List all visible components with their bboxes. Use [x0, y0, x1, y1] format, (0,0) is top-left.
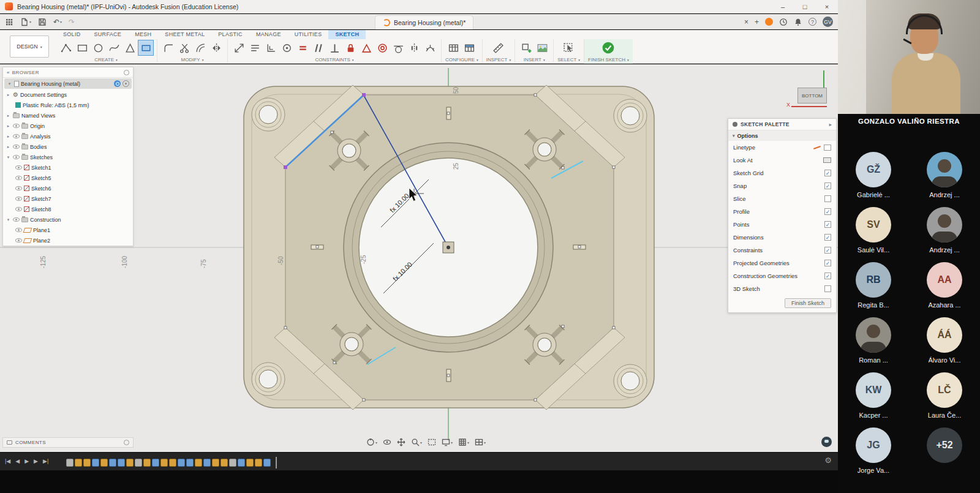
- help-icon[interactable]: ?: [809, 18, 816, 26]
- line-icon[interactable]: [59, 40, 74, 55]
- corner-icon[interactable]: [263, 40, 278, 55]
- assistant-button[interactable]: [821, 437, 832, 447]
- circle-icon[interactable]: [91, 40, 105, 55]
- visibility-eye-icon[interactable]: [13, 145, 20, 149]
- expand-arrow-icon[interactable]: ▸: [6, 134, 11, 139]
- rectangle-icon[interactable]: [75, 40, 89, 55]
- participant-avatar[interactable]: AA: [927, 262, 962, 298]
- browser-item-analysis[interactable]: ▸ Analysis: [3, 131, 133, 141]
- browser-item-sketch6[interactable]: Sketch6: [3, 183, 133, 194]
- participant-avatar[interactable]: [856, 317, 891, 353]
- participant-avatar[interactable]: GŽ: [856, 152, 891, 187]
- participant-tile-overflow[interactable]: +52: [913, 427, 976, 475]
- tab-plastic[interactable]: PLASTIC: [211, 30, 249, 39]
- visibility-eye-icon[interactable]: [15, 186, 22, 190]
- perpendicular-constraint-icon[interactable]: [327, 40, 342, 55]
- target-icon[interactable]: [123, 80, 129, 87]
- close-document-icon[interactable]: ×: [744, 18, 748, 26]
- timeline-play-button[interactable]: ▶: [24, 457, 29, 465]
- points-checkbox[interactable]: [824, 221, 831, 228]
- expand-arrow-icon[interactable]: ▾: [7, 81, 12, 86]
- browser-item-plastic-rule[interactable]: Plastic Rule: ABS (1,5 mm): [3, 100, 133, 110]
- concentric-constraint-icon[interactable]: [375, 40, 390, 55]
- timeline-feature-icon[interactable]: [221, 459, 228, 467]
- equal-constraint-icon[interactable]: [295, 40, 310, 55]
- timeline-position-marker[interactable]: [276, 457, 277, 469]
- participant-tile[interactable]: SV Saulė Vil...: [842, 207, 905, 255]
- browser-item-sketch8[interactable]: Sketch8: [3, 204, 133, 214]
- participant-tile[interactable]: RB Regita B...: [842, 262, 905, 310]
- expand-arrow-icon[interactable]: ▸: [6, 124, 11, 129]
- timeline-feature-icon[interactable]: [66, 459, 74, 467]
- timeline-feature-icon[interactable]: [255, 459, 262, 467]
- participant-tile[interactable]: Andrzej ...: [913, 152, 976, 200]
- browser-item-root[interactable]: ▾ Bearing Housing (metal): [4, 78, 132, 89]
- select-cursor-icon[interactable]: [562, 40, 576, 55]
- collapse-panel-icon[interactable]: «: [7, 70, 10, 75]
- timeline-settings-gear-icon[interactable]: ⚙: [824, 456, 832, 465]
- symmetry-constraint-icon[interactable]: [407, 40, 421, 55]
- display-settings-icon[interactable]: ▾: [442, 438, 453, 446]
- timeline-feature-icon[interactable]: [169, 459, 176, 467]
- group-label-constraints[interactable]: CONSTRAINTS: [315, 57, 350, 62]
- dimensions-checkbox[interactable]: [824, 234, 831, 241]
- finish-sketch-button[interactable]: Finish Sketch: [785, 298, 831, 308]
- visibility-eye-icon[interactable]: [15, 197, 22, 201]
- group-label-insert[interactable]: INSERT: [524, 57, 541, 62]
- cone-icon[interactable]: [123, 40, 137, 55]
- group-label-create[interactable]: CREATE: [94, 57, 114, 62]
- participant-avatar[interactable]: SV: [856, 207, 891, 243]
- fit-icon[interactable]: [428, 438, 436, 446]
- minimize-button[interactable]: –: [772, 0, 794, 13]
- maximize-button[interactable]: □: [794, 0, 816, 13]
- model-canvas[interactable]: fx 10.00 fx 10.00 -125: [0, 64, 838, 452]
- tab-mesh[interactable]: MESH: [128, 30, 158, 39]
- table-icon[interactable]: [447, 40, 461, 55]
- look-at-icon[interactable]: [383, 438, 391, 446]
- timeline-feature-icon[interactable]: [160, 459, 168, 467]
- point-circle-icon[interactable]: [279, 40, 294, 55]
- participant-tile[interactable]: Roman ...: [842, 317, 905, 365]
- participant-avatar[interactable]: LČ: [927, 372, 962, 408]
- participant-tile[interactable]: AA Azahara ...: [913, 262, 976, 310]
- timeline-feature-icon[interactable]: [203, 459, 211, 467]
- visibility-eye-icon[interactable]: [15, 207, 22, 211]
- timeline-go-start-button[interactable]: |◀: [5, 457, 10, 465]
- participant-tile[interactable]: KW Kacper ...: [842, 372, 905, 420]
- comments-panel[interactable]: COMMENTS: [2, 437, 134, 448]
- expand-arrow-icon[interactable]: ▸: [6, 145, 11, 149]
- timeline-feature-icon[interactable]: [195, 459, 202, 467]
- participant-avatar[interactable]: KW: [856, 372, 891, 408]
- browser-item-sketch1[interactable]: Sketch1: [3, 162, 133, 173]
- visibility-eye-icon[interactable]: [13, 134, 20, 138]
- sketch-dimension-icon[interactable]: [232, 40, 246, 55]
- pattern-icon[interactable]: [247, 40, 262, 55]
- timeline-feature-icon[interactable]: [263, 459, 271, 467]
- view-cube-face[interactable]: BOTTOM: [797, 88, 827, 103]
- visibility-eye-icon[interactable]: [13, 155, 20, 159]
- timeline-feature-icon[interactable]: [178, 459, 185, 467]
- notifications-bell-icon[interactable]: [794, 18, 802, 26]
- collapse-palette-icon[interactable]: ▸: [829, 122, 832, 127]
- selected-endpoint[interactable]: [362, 93, 366, 97]
- browser-item-origin[interactable]: ▸ Origin: [3, 121, 133, 131]
- expand-arrow-icon[interactable]: ▸: [6, 113, 11, 118]
- tab-solid[interactable]: SOLID: [56, 30, 88, 39]
- close-button[interactable]: ×: [816, 0, 838, 13]
- tab-sheet-metal[interactable]: SHEET METAL: [158, 30, 211, 39]
- timeline-feature-icon[interactable]: [186, 459, 194, 467]
- visibility-eye-icon[interactable]: [15, 176, 22, 180]
- construction-geometries-checkbox[interactable]: [824, 273, 831, 279]
- timeline-step-back-button[interactable]: ◀: [15, 457, 20, 465]
- browser-item-sketch7[interactable]: Sketch7: [3, 194, 133, 204]
- projected-geometries-checkbox[interactable]: [824, 260, 831, 266]
- group-label-modify[interactable]: MODIFY: [181, 57, 200, 62]
- snap-checkbox[interactable]: [824, 183, 831, 189]
- timeline-go-end-button[interactable]: ▶|: [43, 457, 48, 465]
- participant-tile[interactable]: LČ Laura Če...: [913, 372, 976, 420]
- tangent-constraint-icon[interactable]: [391, 40, 405, 55]
- expand-arrow-icon[interactable]: ▾: [6, 217, 11, 222]
- participant-tile[interactable]: GŽ Gabrielė ...: [842, 152, 905, 200]
- browser-item-named-views[interactable]: ▸ Named Views: [3, 110, 133, 121]
- browser-item-construction[interactable]: ▾ Construction: [3, 214, 133, 225]
